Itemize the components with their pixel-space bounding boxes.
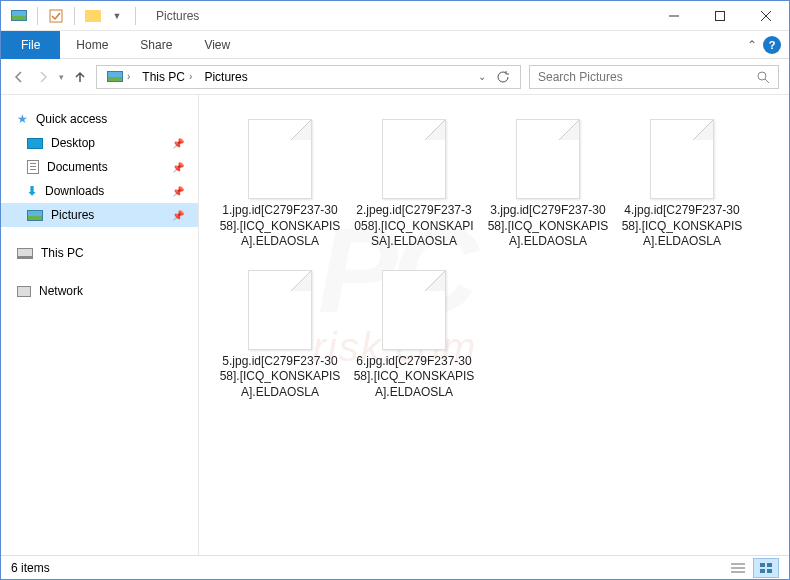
- status-bar: 6 items: [1, 555, 789, 579]
- downloads-icon: ⬇: [27, 184, 37, 198]
- search-icon: [756, 70, 770, 84]
- item-count: 6 items: [11, 561, 50, 575]
- up-button[interactable]: [72, 69, 88, 85]
- file-item[interactable]: 1.jpg.id[C279F237-3058].[ICQ_KONSKAPISA]…: [215, 111, 345, 258]
- pin-icon: 📌: [172, 186, 184, 197]
- pin-icon: 📌: [172, 210, 184, 221]
- qat-dropdown[interactable]: ▼: [107, 6, 127, 26]
- file-item[interactable]: 5.jpg.id[C279F237-3058].[ICQ_KONSKAPISA]…: [215, 262, 345, 409]
- file-icon: [248, 119, 312, 199]
- file-item[interactable]: 4.jpg.id[C279F237-3058].[ICQ_KONSKAPISA]…: [617, 111, 747, 258]
- window-title: Pictures: [156, 9, 199, 23]
- desktop-icon: [27, 138, 43, 149]
- navigation-pane: ★ Quick access Desktop 📌 Documents 📌 ⬇ D…: [1, 95, 199, 555]
- ribbon-expand-icon[interactable]: ⌃: [747, 38, 757, 52]
- breadcrumb-current[interactable]: Pictures: [198, 66, 253, 88]
- pictures-icon: [27, 210, 43, 221]
- sidebar-item-network[interactable]: Network: [1, 279, 198, 303]
- share-tab[interactable]: Share: [124, 31, 188, 59]
- refresh-button[interactable]: [496, 70, 510, 84]
- details-view-button[interactable]: [725, 558, 751, 578]
- file-name: 4.jpg.id[C279F237-3058].[ICQ_KONSKAPISA]…: [621, 203, 743, 250]
- breadcrumb-icon[interactable]: ›: [101, 66, 136, 88]
- sidebar-item-desktop[interactable]: Desktop 📌: [1, 131, 198, 155]
- window-controls: [651, 1, 789, 31]
- address-bar[interactable]: › This PC› Pictures ⌄: [96, 65, 521, 89]
- file-icon: [516, 119, 580, 199]
- file-item[interactable]: 3.jpg.id[C279F237-3058].[ICQ_KONSKAPISA]…: [483, 111, 613, 258]
- quick-access-toolbar: ▼: [1, 6, 148, 26]
- file-tab[interactable]: File: [1, 31, 60, 59]
- file-name: 1.jpg.id[C279F237-3058].[ICQ_KONSKAPISA]…: [219, 203, 341, 250]
- forward-button[interactable]: [35, 69, 51, 85]
- pc-icon: [17, 248, 33, 259]
- sidebar-item-pictures[interactable]: Pictures 📌: [1, 203, 198, 227]
- close-button[interactable]: [743, 1, 789, 31]
- search-box[interactable]: [529, 65, 779, 89]
- icons-view-button[interactable]: [753, 558, 779, 578]
- sidebar-item-downloads[interactable]: ⬇ Downloads 📌: [1, 179, 198, 203]
- star-icon: ★: [17, 112, 28, 126]
- svg-rect-0: [50, 10, 62, 22]
- svg-point-3: [758, 72, 766, 80]
- svg-line-4: [765, 79, 769, 83]
- title-bar: ▼ Pictures: [1, 1, 789, 31]
- pin-icon: 📌: [172, 162, 184, 173]
- view-tab[interactable]: View: [188, 31, 246, 59]
- help-button[interactable]: ?: [763, 36, 781, 54]
- maximize-button[interactable]: [697, 1, 743, 31]
- file-icon: [382, 270, 446, 350]
- file-name: 3.jpg.id[C279F237-3058].[ICQ_KONSKAPISA]…: [487, 203, 609, 250]
- file-icon: [248, 270, 312, 350]
- breadcrumb-root[interactable]: This PC›: [136, 66, 198, 88]
- svg-rect-2: [716, 11, 725, 20]
- svg-rect-9: [767, 563, 772, 567]
- file-icon: [382, 119, 446, 199]
- sidebar-item-documents[interactable]: Documents 📌: [1, 155, 198, 179]
- file-item[interactable]: 2.jpeg.id[C279F237-3058].[ICQ_KONSKAPISA…: [349, 111, 479, 258]
- network-icon: [17, 286, 31, 297]
- file-item[interactable]: 6.jpg.id[C279F237-3058].[ICQ_KONSKAPISA]…: [349, 262, 479, 409]
- documents-icon: [27, 160, 39, 174]
- quick-access-header[interactable]: ★ Quick access: [1, 107, 198, 131]
- recent-dropdown[interactable]: ▾: [59, 72, 64, 82]
- sidebar-item-this-pc[interactable]: This PC: [1, 241, 198, 265]
- file-list[interactable]: 1.jpg.id[C279F237-3058].[ICQ_KONSKAPISA]…: [199, 95, 789, 555]
- address-dropdown-icon[interactable]: ⌄: [478, 71, 486, 82]
- svg-rect-11: [767, 569, 772, 573]
- ribbon: File Home Share View ⌃ ?: [1, 31, 789, 59]
- search-input[interactable]: [538, 70, 756, 84]
- svg-rect-10: [760, 569, 765, 573]
- app-icon: [9, 6, 29, 26]
- back-button[interactable]: [11, 69, 27, 85]
- file-icon: [650, 119, 714, 199]
- file-name: 2.jpeg.id[C279F237-3058].[ICQ_KONSKAPISA…: [353, 203, 475, 250]
- home-tab[interactable]: Home: [60, 31, 124, 59]
- svg-rect-8: [760, 563, 765, 567]
- file-name: 5.jpg.id[C279F237-3058].[ICQ_KONSKAPISA]…: [219, 354, 341, 401]
- address-bar-row: ▾ › This PC› Pictures ⌄: [1, 59, 789, 95]
- file-name: 6.jpg.id[C279F237-3058].[ICQ_KONSKAPISA]…: [353, 354, 475, 401]
- properties-qat-button[interactable]: [46, 6, 66, 26]
- minimize-button[interactable]: [651, 1, 697, 31]
- folder-qat-button[interactable]: [83, 6, 103, 26]
- pin-icon: 📌: [172, 138, 184, 149]
- body: ★ Quick access Desktop 📌 Documents 📌 ⬇ D…: [1, 95, 789, 555]
